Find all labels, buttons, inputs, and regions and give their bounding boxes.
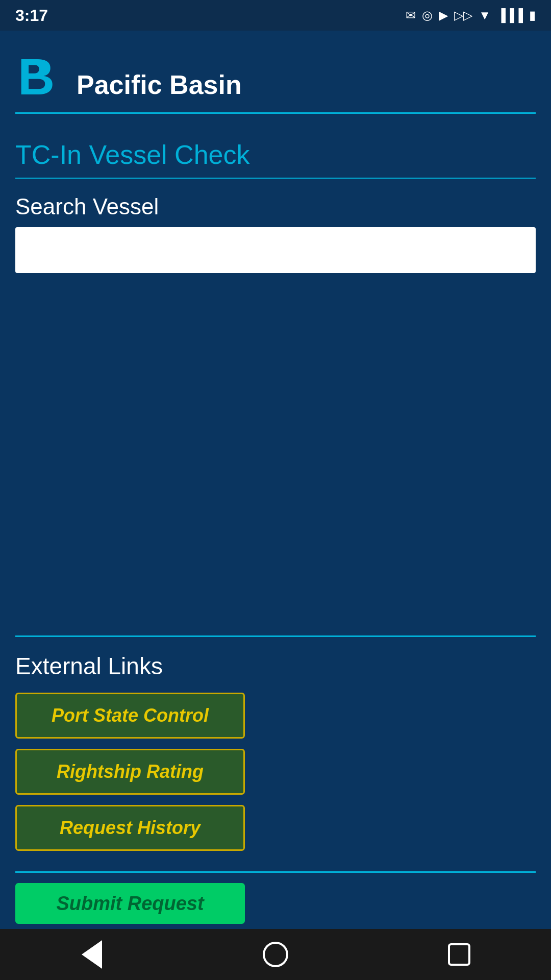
home-icon xyxy=(263,942,288,967)
wifi-icon: ▼ xyxy=(479,8,491,22)
location-icon: ◎ xyxy=(422,8,433,22)
external-links-divider xyxy=(15,635,536,637)
back-icon xyxy=(82,940,102,969)
play-forward-icon: ▷▷ xyxy=(454,8,472,22)
status-time: 3:17 xyxy=(15,6,48,25)
svg-text:P: P xyxy=(20,52,46,95)
logo-divider xyxy=(15,112,536,114)
logo-area: B P Pacific Basin xyxy=(15,46,536,124)
status-icons: ✉ ◎ ▶ ▷▷ ▼ ▐▐▐ ▮ xyxy=(406,8,536,22)
submit-request-button[interactable]: Submit Request xyxy=(15,883,245,924)
search-label: Search Vessel xyxy=(15,194,536,219)
nav-bar xyxy=(0,929,551,980)
title-divider xyxy=(15,178,536,179)
search-input[interactable] xyxy=(15,227,536,273)
status-bar: 3:17 ✉ ◎ ▶ ▷▷ ▼ ▐▐▐ ▮ xyxy=(0,0,551,31)
content-spacer xyxy=(15,273,536,635)
nav-back-button[interactable] xyxy=(71,934,112,975)
company-logo: B P xyxy=(15,46,71,102)
request-history-button[interactable]: Request History xyxy=(15,805,245,851)
external-links-section: External Links Port State Control Rights… xyxy=(15,652,536,871)
rightship-rating-button[interactable]: Rightship Rating xyxy=(15,749,245,795)
port-state-control-button[interactable]: Port State Control xyxy=(15,693,245,739)
page-title: TC-In Vessel Check xyxy=(15,129,536,178)
submit-section: Submit Request xyxy=(15,871,536,929)
recents-icon xyxy=(448,943,470,966)
nav-recents-button[interactable] xyxy=(439,934,480,975)
submit-divider xyxy=(15,871,536,873)
battery-icon: ▮ xyxy=(529,8,536,22)
search-section: Search Vessel xyxy=(15,194,536,273)
play-icon: ▶ xyxy=(439,8,448,22)
company-name: Pacific Basin xyxy=(77,71,242,102)
external-links-title: External Links xyxy=(15,652,536,680)
main-content: B P Pacific Basin TC-In Vessel Check Sea… xyxy=(0,31,551,929)
logo-container: B P Pacific Basin xyxy=(15,46,536,102)
signal-icon: ▐▐▐ xyxy=(497,8,523,22)
mail-icon: ✉ xyxy=(406,8,416,22)
nav-home-button[interactable] xyxy=(255,934,296,975)
